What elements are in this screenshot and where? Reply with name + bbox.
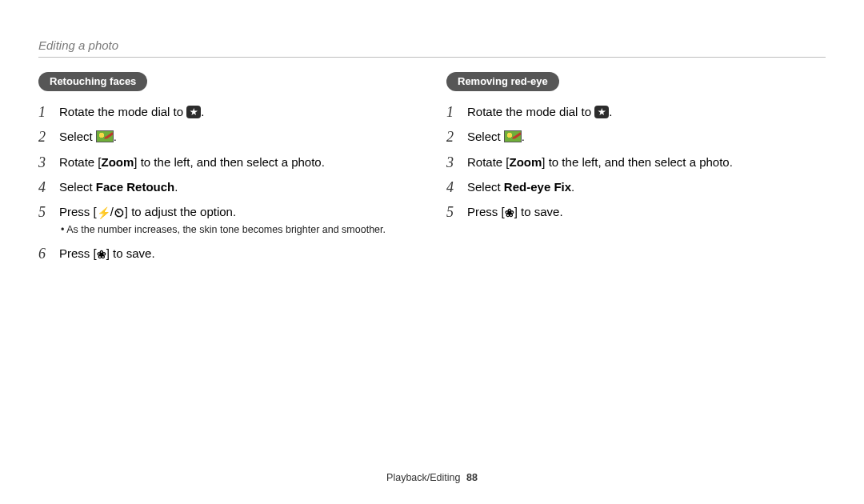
step-number: 4 [38, 178, 50, 197]
step-text: Select Face Retouch. [59, 178, 418, 196]
step: 2 Select . [38, 127, 418, 146]
step-note: As the number increases, the skin tone b… [61, 222, 418, 238]
step-text: Rotate the mode dial to . [467, 102, 826, 121]
column-removing-red-eye: Removing red-eye 1 Rotate the mode dial … [446, 72, 826, 269]
step-number: 6 [38, 244, 50, 263]
text-bold: Zoom [510, 155, 542, 169]
page-section-title: Editing a photo [38, 38, 826, 52]
step-text: Rotate [Zoom] to the left, and then sele… [59, 153, 418, 171]
text: ] to adjust the option. [125, 205, 236, 218]
step-number: 5 [446, 202, 458, 222]
text-bold: Red-eye Fix [504, 180, 571, 194]
step-text: Press [⚡/⏲] to adjust the option. As the… [59, 202, 418, 238]
macro-icon: ❀ [97, 249, 106, 260]
step-number: 4 [446, 178, 458, 197]
content-columns: Retouching faces 1 Rotate the mode dial … [38, 72, 826, 269]
text-bold: Face Retouch [96, 180, 174, 194]
timer-icon: ⏲ [114, 207, 125, 218]
step: 4 Select Face Retouch. [38, 178, 418, 197]
heading-retouching-faces: Retouching faces [38, 72, 147, 91]
text: ] to the left, and then select a photo. [134, 155, 325, 169]
text: Rotate the mode dial to [59, 105, 186, 118]
edit-photo-icon [504, 130, 522, 142]
step-number: 2 [446, 127, 458, 146]
text-bold: Zoom [102, 155, 134, 169]
text: Select [467, 130, 504, 143]
text: ] to save. [106, 246, 155, 260]
step: 4 Select Red-eye Fix. [446, 178, 826, 197]
step-text: Select Red-eye Fix. [467, 178, 826, 196]
mode-dial-icon [594, 106, 609, 118]
step: 6 Press [❀] to save. [38, 244, 418, 263]
text: Select [467, 180, 504, 194]
step-text: Press [❀] to save. [467, 202, 826, 221]
text: Select [59, 130, 96, 143]
step: 1 Rotate the mode dial to . [38, 102, 418, 122]
step: 5 Press [❀] to save. [446, 202, 826, 222]
column-retouching-faces: Retouching faces 1 Rotate the mode dial … [38, 72, 418, 269]
steps-removing-red-eye: 1 Rotate the mode dial to . 2 Select . 3… [446, 102, 826, 222]
step: 1 Rotate the mode dial to . [446, 102, 826, 122]
step-number: 2 [38, 127, 50, 146]
step-text: Select . [467, 127, 826, 146]
footer-page-number: 88 [466, 472, 478, 483]
text: . [114, 130, 117, 143]
text: Press [ [59, 205, 97, 218]
page-footer: Playback/Editing 88 [0, 472, 864, 483]
step-number: 1 [446, 102, 458, 122]
text: Rotate [ [467, 155, 510, 169]
flash-icon: ⚡ [97, 207, 110, 218]
text: Rotate the mode dial to [467, 105, 594, 118]
text: ] to the left, and then select a photo. [542, 155, 733, 169]
text: . [571, 180, 574, 194]
text: ] to save. [514, 205, 563, 218]
text: . [609, 105, 612, 118]
edit-photo-icon [96, 130, 114, 142]
step-text: Press [❀] to save. [59, 244, 418, 262]
step: 3 Rotate [Zoom] to the left, and then se… [38, 153, 418, 172]
step-text: Select . [59, 127, 418, 146]
text: . [522, 130, 525, 143]
step: 3 Rotate [Zoom] to the left, and then se… [446, 153, 826, 172]
step-text: Rotate the mode dial to . [59, 102, 418, 121]
text: Press [ [467, 205, 505, 218]
text: Rotate [ [59, 155, 102, 169]
footer-section: Playback/Editing [386, 472, 460, 483]
steps-retouching-faces: 1 Rotate the mode dial to . 2 Select . 3… [38, 102, 418, 263]
mode-dial-icon [186, 106, 201, 118]
step: 5 Press [⚡/⏲] to adjust the option. As t… [38, 202, 418, 238]
header-divider [38, 57, 826, 58]
step-number: 1 [38, 102, 50, 122]
step-number: 3 [38, 153, 50, 172]
text: Select [59, 180, 96, 194]
step-text: Rotate [Zoom] to the left, and then sele… [467, 153, 826, 171]
heading-removing-red-eye: Removing red-eye [446, 72, 559, 91]
text: . [174, 180, 178, 194]
step: 2 Select . [446, 127, 826, 146]
text: Press [ [59, 246, 97, 260]
step-number: 3 [446, 153, 458, 172]
text: . [201, 105, 204, 118]
macro-icon: ❀ [505, 207, 514, 218]
step-number: 5 [38, 202, 50, 222]
